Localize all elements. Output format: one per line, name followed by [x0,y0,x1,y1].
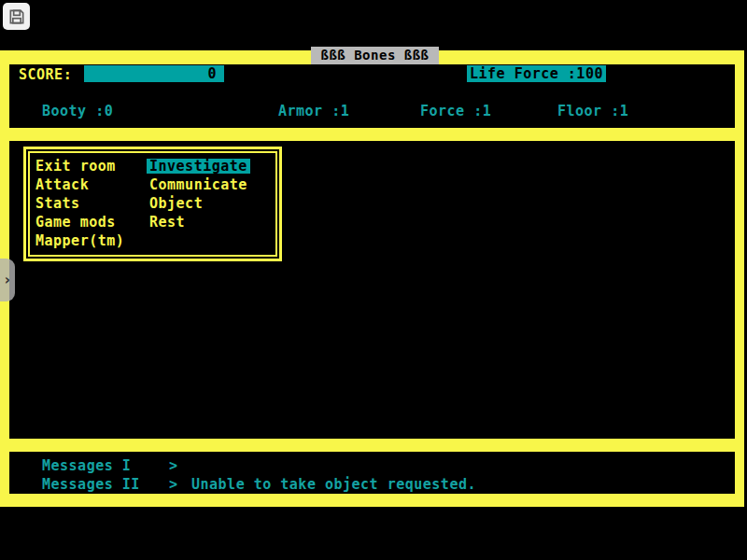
floppy-disk-save-icon [7,7,26,26]
save-button[interactable] [3,3,30,30]
chevron-right-icon: › [5,273,11,287]
menu-item-exit-room[interactable]: Exit room [35,159,116,174]
messages-2-prompt: > [169,477,178,492]
menu-item-attack[interactable]: Attack [35,177,89,192]
menu-item-object[interactable]: Object [149,196,203,211]
score-value: 0 [207,65,217,82]
score-label: SCORE: [19,67,72,82]
score-bar: 0 [84,65,224,82]
messages-2-text: Unable to take object requested. [191,477,476,492]
life-force-badge: Life Force :100 [467,65,606,82]
menu-item-communicate[interactable]: Communicate [149,177,247,192]
menu-item-game-mods[interactable]: Game mods [35,215,116,230]
stat-armor: Armor :1 [278,104,349,119]
menu-item-stats[interactable]: Stats [35,196,80,211]
menu-item-investigate[interactable]: Investigate [147,159,250,174]
stat-force: Force :1 [420,104,491,119]
messages-1-prompt: > [169,458,178,473]
game-title: ßßß Bones ßßß [320,48,429,63]
messages-1-label: Messages I [42,458,131,473]
messages-2-label: Messages II [42,477,140,492]
menu-item-rest[interactable]: Rest [149,215,185,230]
stat-floor: Floor :1 [557,104,628,119]
sidebar-drawer-handle[interactable]: › [0,259,15,301]
game-title-bar: ßßß Bones ßßß [311,47,439,64]
stat-booty: Booty :0 [42,104,113,119]
game-screen: ßßß Bones ßßß SCORE: 0 Life Force :100 B… [0,0,747,560]
menu-item-mapper[interactable]: Mapper(tm) [35,233,124,248]
life-force-label: Life Force :100 [470,65,603,82]
